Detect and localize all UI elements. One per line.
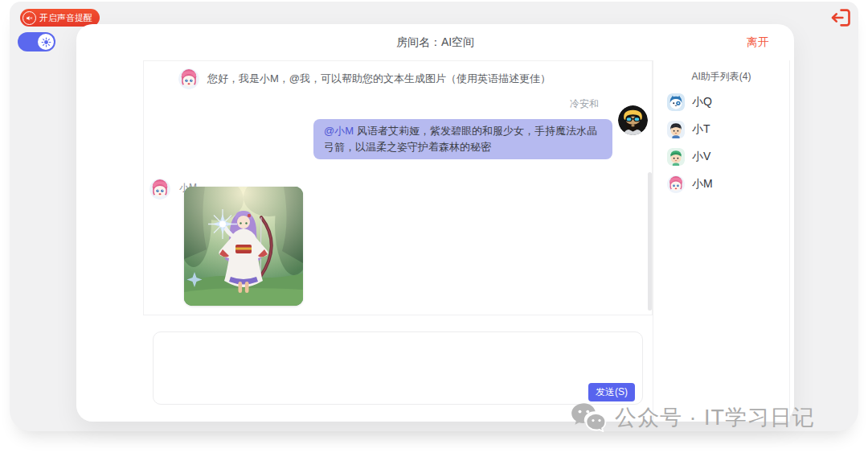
assistant-item-xiaom[interactable]: 小M — [667, 175, 713, 193]
ai-greeting-message: 您好，我是小M，@我，可以帮助您的文本生成图片（使用英语描述更佳） — [207, 68, 551, 89]
assistant-sidebar: AI助手列表(4) 小Q 小T 小V 小M — [653, 60, 790, 422]
assistant-name: 小T — [692, 122, 710, 137]
leave-room-button[interactable]: 离开 — [747, 35, 769, 50]
wechat-icon — [571, 402, 608, 432]
assistant-item-xiaot[interactable]: 小T — [667, 120, 713, 138]
assistant-q-avatar — [667, 93, 685, 111]
message-composer: 发送(S) — [153, 331, 643, 405]
assistant-item-xiaov[interactable]: 小V — [667, 147, 713, 166]
user-message-bubble: @小M风语者艾莉娅，紫发碧眼的和服少女，手持魔法水晶弓箭，以温柔之姿守护着森林的… — [313, 119, 612, 159]
mention-tag: @小M — [324, 125, 354, 137]
assistant-list: 小Q 小T 小V 小M — [667, 93, 713, 202]
assistant-m-avatar — [149, 179, 170, 200]
chat-scrollbar-thumb[interactable] — [648, 172, 652, 311]
assistant-m-avatar — [667, 175, 685, 193]
logout-icon[interactable] — [829, 6, 853, 29]
assistant-item-xiaoq[interactable]: 小Q — [667, 93, 713, 111]
chat-room-card: 房间名：AI空间 离开 您好，我是小M，@我，可以帮助您的文本生成图片（使用英语… — [76, 24, 794, 422]
assistant-list-title: AI助手列表(4) — [653, 70, 789, 84]
theme-toggle[interactable] — [18, 32, 55, 51]
assistant-name: 小Q — [692, 95, 712, 109]
assistant-name: 小M — [692, 177, 713, 191]
user-avatar — [618, 105, 648, 135]
message-sender-name: 冷安和 — [570, 97, 599, 111]
assistant-name: 小V — [692, 150, 710, 164]
watermark-text: 公众号 · IT学习日记 — [615, 403, 815, 432]
room-title: 房间名：AI空间 — [76, 35, 794, 50]
assistant-m-avatar — [178, 68, 199, 89]
speaker-mute-icon — [23, 11, 36, 25]
assistant-v-avatar — [667, 148, 685, 166]
user-message-text: 风语者艾莉娅，紫发碧眼的和服少女，手持魔法水晶弓箭，以温柔之姿守护着森林的秘密 — [324, 125, 597, 153]
watermark: 公众号 · IT学习日记 — [571, 402, 815, 432]
generated-image[interactable] — [184, 187, 303, 306]
sound-button-label: 开启声音提醒 — [39, 12, 92, 24]
chat-message-panel: 您好，我是小M，@我，可以帮助您的文本生成图片（使用英语描述更佳） 冷安和 @小… — [143, 60, 653, 315]
send-button[interactable]: 发送(S) — [588, 383, 635, 401]
assistant-t-avatar — [667, 121, 685, 138]
message-input[interactable] — [154, 332, 642, 404]
sun-icon — [38, 34, 54, 50]
